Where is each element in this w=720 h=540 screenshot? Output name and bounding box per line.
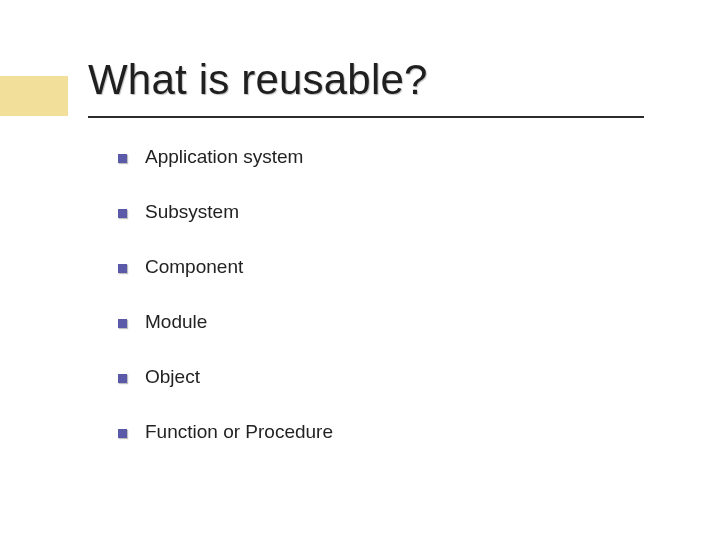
list-item-label: Application system (145, 146, 303, 168)
list-item: Object (118, 366, 638, 388)
square-bullet-icon (118, 264, 127, 273)
list-item: Module (118, 311, 638, 333)
square-bullet-icon (118, 319, 127, 328)
list-item: Function or Procedure (118, 421, 638, 443)
list-item-label: Module (145, 311, 207, 333)
list-item-label: Object (145, 366, 200, 388)
square-bullet-icon (118, 154, 127, 163)
list-item: Application system (118, 146, 638, 168)
list-item: Component (118, 256, 638, 278)
slide: What is reusable? Application system Sub… (0, 0, 720, 540)
list-item-label: Component (145, 256, 243, 278)
list-item-label: Subsystem (145, 201, 239, 223)
square-bullet-icon (118, 429, 127, 438)
square-bullet-icon (118, 209, 127, 218)
title-underline (88, 116, 644, 118)
bullet-list: Application system Subsystem Component M… (118, 146, 638, 476)
slide-title: What is reusable? (88, 56, 428, 104)
list-item-label: Function or Procedure (145, 421, 333, 443)
square-bullet-icon (118, 374, 127, 383)
accent-block (0, 76, 68, 116)
list-item: Subsystem (118, 201, 638, 223)
